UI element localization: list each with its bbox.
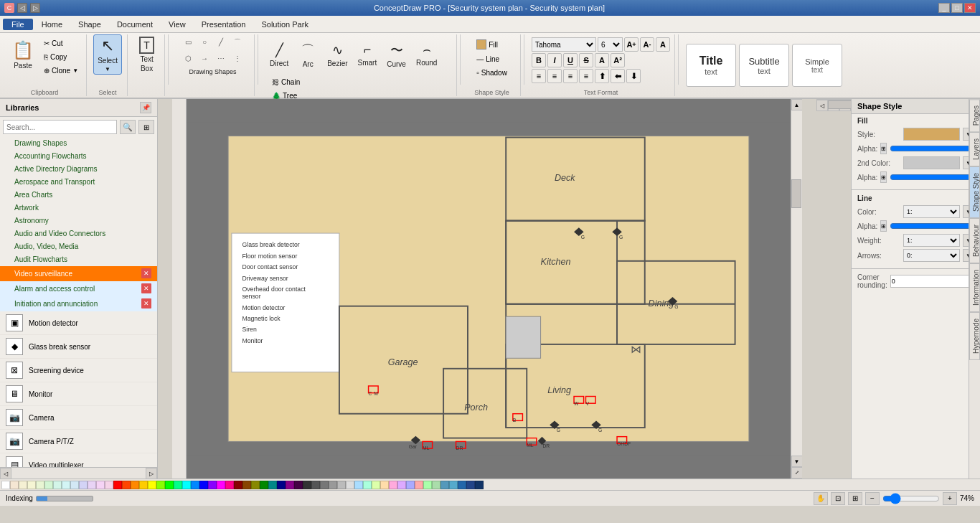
- menu-home[interactable]: Home: [34, 19, 70, 30]
- color-white[interactable]: [1, 481, 10, 489]
- color-mint[interactable]: [363, 481, 372, 489]
- color-olive[interactable]: [251, 481, 260, 489]
- vertical-scrollbar[interactable]: ▲ ▼ ⤢: [791, 99, 802, 479]
- color-11[interactable]: [96, 481, 105, 489]
- smart-connector-button[interactable]: ⌐ Smart: [354, 34, 382, 75]
- fit-page-button[interactable]: ⊡: [831, 492, 845, 505]
- alarm-access-close[interactable]: ✕: [141, 283, 151, 293]
- scroll-thumb[interactable]: [791, 179, 801, 208]
- color-12[interactable]: [105, 481, 113, 489]
- shape-camera[interactable]: 📷 Camera: [0, 406, 157, 430]
- font-size-increase[interactable]: A+: [624, 37, 639, 52]
- color-sage[interactable]: [432, 481, 440, 489]
- shape-motion-detector[interactable]: ▣ Motion detector: [0, 311, 157, 335]
- shape-monitor[interactable]: 🖥 Monitor: [0, 382, 157, 406]
- direct-connector-button[interactable]: ╱ Direct: [265, 34, 293, 75]
- color-yellow[interactable]: [148, 481, 156, 489]
- line-button[interactable]: — Line: [473, 53, 511, 65]
- line-alpha-slider[interactable]: [890, 221, 980, 231]
- bezier-connector-button[interactable]: ∿ Bezier: [323, 34, 352, 75]
- subtitle-text-button[interactable]: Subtitle text: [739, 44, 789, 87]
- shape-glass-break[interactable]: ◆ Glass break sensor: [0, 335, 157, 359]
- lib-audit[interactable]: Audit Flowcharts: [0, 253, 157, 266]
- library-search-input[interactable]: [3, 120, 117, 134]
- expand-button[interactable]: ⤢: [791, 467, 803, 479]
- color-gray3[interactable]: [329, 481, 337, 489]
- shape-ellipse[interactable]: ○: [197, 34, 212, 50]
- color-pale-green[interactable]: [423, 481, 432, 489]
- lib-drawing-shapes[interactable]: Drawing Shapes: [0, 137, 157, 150]
- hand-tool-button[interactable]: ✋: [814, 492, 828, 505]
- align-justify[interactable]: ≡: [579, 69, 593, 83]
- line-weight-select[interactable]: 1:: [903, 234, 960, 247]
- color-cobalt[interactable]: [458, 481, 466, 489]
- color-yellow-orange[interactable]: [139, 481, 148, 489]
- close-button[interactable]: ✕: [964, 3, 976, 13]
- color-5[interactable]: [44, 481, 53, 489]
- align-left[interactable]: ≡: [532, 69, 546, 83]
- font-size-decrease[interactable]: A-: [640, 37, 654, 52]
- color-lavender[interactable]: [397, 481, 406, 489]
- lib-initiation[interactable]: Initiation and annunciation ✕: [0, 296, 157, 311]
- maximize-button[interactable]: □: [951, 3, 963, 13]
- color-lime[interactable]: [372, 481, 380, 489]
- color-1[interactable]: [10, 481, 19, 489]
- color-4[interactable]: [36, 481, 44, 489]
- chain-button[interactable]: ⛓ Chain: [268, 76, 303, 88]
- drawing-shapes-button[interactable]: ▭ ○ ╱ ⌒ ⬡ → ⋯ ⋮ Drawing Shapes: [176, 34, 250, 75]
- minimize-button[interactable]: _: [938, 3, 950, 13]
- fill-alpha-slider[interactable]: [890, 143, 980, 154]
- zoom-slider[interactable]: [882, 493, 940, 504]
- lib-artwork[interactable]: Artwork: [0, 202, 157, 215]
- color-8[interactable]: [70, 481, 79, 489]
- shape-more[interactable]: ⋯: [213, 51, 229, 67]
- scroll-right[interactable]: ▷: [146, 468, 157, 479]
- initiation-close[interactable]: ✕: [141, 298, 151, 308]
- color-7[interactable]: [62, 481, 70, 489]
- copy-button[interactable]: ⎘ Copy: [40, 51, 82, 63]
- color-dark-green[interactable]: [260, 481, 268, 489]
- color-violet[interactable]: [208, 481, 217, 489]
- paste-button[interactable]: 📋 Paste: [7, 34, 39, 75]
- cut-button[interactable]: ✂ Cut: [40, 37, 82, 50]
- shape-poly[interactable]: ⬡: [180, 51, 196, 67]
- round-connector-button[interactable]: ⌢ Round: [412, 34, 441, 75]
- color-10[interactable]: [88, 481, 96, 489]
- line-color-select[interactable]: 1:: [903, 205, 960, 218]
- font-size-reset[interactable]: A: [656, 37, 670, 52]
- color-dark-red[interactable]: [234, 481, 242, 489]
- color-orange-red[interactable]: [122, 481, 131, 489]
- color-orange[interactable]: [131, 481, 139, 489]
- color-light-blue[interactable]: [354, 481, 363, 489]
- shape-arrow[interactable]: →: [197, 51, 212, 67]
- textbox-button[interactable]: T Text Box: [134, 34, 160, 75]
- color-peach[interactable]: [380, 481, 389, 489]
- align-right[interactable]: ≡: [563, 69, 578, 83]
- color-steel-blue[interactable]: [440, 481, 449, 489]
- pages-tab[interactable]: Pages: [969, 99, 980, 132]
- scroll-left[interactable]: ◁: [0, 468, 11, 479]
- valign-middle[interactable]: ⬅: [611, 69, 625, 83]
- menu-presentation[interactable]: Presentation: [194, 19, 253, 30]
- layers-tab[interactable]: Layers: [969, 132, 980, 166]
- color-blue-cyan[interactable]: [191, 481, 199, 489]
- hscroll-left-button[interactable]: ◁: [816, 100, 828, 111]
- fill-2nd-color-preview[interactable]: [903, 156, 960, 169]
- library-search-button[interactable]: 🔍: [120, 120, 136, 134]
- bold-button[interactable]: B: [532, 53, 546, 67]
- color-3[interactable]: [27, 481, 36, 489]
- italic-button[interactable]: I: [547, 53, 562, 67]
- color-2[interactable]: [19, 481, 27, 489]
- color-red[interactable]: [113, 481, 122, 489]
- menu-document[interactable]: Document: [110, 19, 160, 30]
- color-purple[interactable]: [286, 481, 294, 489]
- fill-2nd-alpha-slider[interactable]: [890, 172, 980, 182]
- color-royal-blue[interactable]: [466, 481, 475, 489]
- lib-area-charts[interactable]: Area Charts: [0, 189, 157, 202]
- color-periwinkle[interactable]: [406, 481, 415, 489]
- shape-rect[interactable]: ▭: [180, 34, 196, 50]
- title-text-button[interactable]: Title text: [686, 44, 736, 87]
- color-dark-gray[interactable]: [303, 481, 311, 489]
- shape-more2[interactable]: ⋮: [230, 51, 245, 67]
- strikethrough-button[interactable]: S: [579, 53, 593, 67]
